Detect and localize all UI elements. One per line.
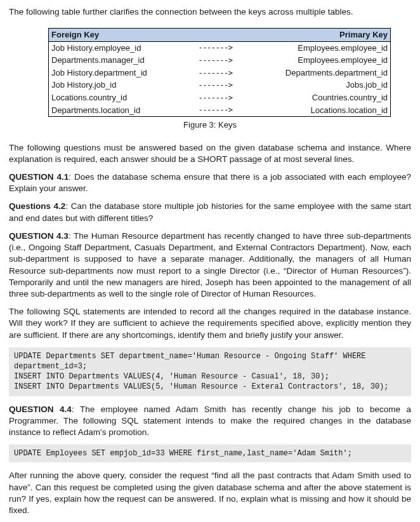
instructions-text: The following questions must be answered… <box>9 142 411 165</box>
table-row: Job History.employee_id------->Employees… <box>49 41 391 54</box>
question-4-2: Questions 4.2: Can the database store mu… <box>9 201 411 224</box>
th-foreign-key: Foreign Key <box>49 29 175 42</box>
q41-text: : Does the database schema ensure that t… <box>9 172 411 193</box>
table-row: Departments.location_id------->Locations… <box>49 104 391 117</box>
table-row: Locations.country_id------->Countries.co… <box>49 91 391 104</box>
question-4-4: QUESTION 4.4: The employee named Adam Sm… <box>9 404 411 439</box>
intro-text: The following table further clarifies th… <box>9 6 411 18</box>
th-primary-key: Primary Key <box>256 29 391 42</box>
q44-label: QUESTION 4.4 <box>9 405 72 414</box>
fk-cell: Departments.manager_id <box>49 54 175 67</box>
arrow-cell: -------> <box>175 91 256 104</box>
arrow-cell: -------> <box>175 104 256 117</box>
pk-cell: Employees.employee_id <box>256 54 391 67</box>
arrow-cell: -------> <box>175 41 256 54</box>
code-block-q43: UPDATE Departments SET department_name='… <box>9 347 411 396</box>
pk-cell: Jobs.job_id <box>256 79 391 91</box>
keys-table-wrap: Foreign Key Primary Key Job History.empl… <box>48 28 411 117</box>
question-4-3: QUESTION 4.3: The Human Resource departm… <box>9 231 411 300</box>
table-row: Job History.job_id------->Jobs.job_id <box>49 79 391 91</box>
q43-label: QUESTION 4.3 <box>9 231 69 241</box>
q42-label: Questions 4.2 <box>9 201 65 211</box>
th-arrow <box>175 29 256 42</box>
question-4-1: QUESTION 4.1: Does the database schema e… <box>9 171 411 194</box>
figure-caption: Figure 3: Keys <box>9 119 411 131</box>
code-block-q44: UPDATE Employees SET empjob_id=33 WHERE … <box>9 445 411 462</box>
arrow-cell: -------> <box>175 54 256 67</box>
arrow-cell: -------> <box>175 79 256 91</box>
q41-label: QUESTION 4.1 <box>9 172 69 182</box>
pk-cell: Departments.department_id <box>256 67 391 79</box>
pk-cell: Locations.location_id <box>256 104 391 117</box>
arrow-cell: -------> <box>175 67 256 79</box>
q43-followup: The following SQL statements are intende… <box>9 306 411 341</box>
keys-table: Foreign Key Primary Key Job History.empl… <box>48 28 391 117</box>
table-row: Departments.manager_id------->Employees.… <box>49 54 391 67</box>
fk-cell: Job History.department_id <box>49 67 175 79</box>
fk-cell: Departments.location_id <box>49 104 175 117</box>
fk-cell: Locations.country_id <box>49 91 175 104</box>
fk-cell: Job History.job_id <box>49 79 175 91</box>
q44-followup: After running the above query, consider … <box>9 470 411 516</box>
fk-cell: Job History.employee_id <box>49 41 175 54</box>
pk-cell: Countries.country_id <box>256 91 391 104</box>
table-row: Job History.department_id------->Departm… <box>49 67 391 79</box>
pk-cell: Employees.employee_id <box>256 41 391 54</box>
q42-text: : Can the database store multiple job hi… <box>9 201 411 222</box>
q43-text: : The Human Resource department has rece… <box>9 231 411 298</box>
